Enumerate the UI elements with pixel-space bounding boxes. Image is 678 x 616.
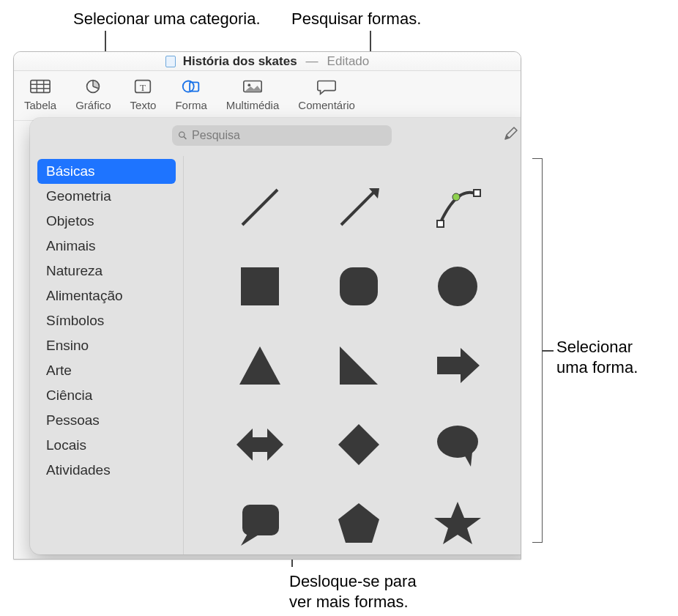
titlebar: História dos skates — Editado	[14, 52, 521, 71]
toolbar-item-text[interactable]: T Texto	[127, 75, 160, 113]
sidebar-item-pessoas[interactable]: Pessoas	[37, 408, 176, 433]
sidebar-item-label: Arte	[46, 363, 72, 378]
sidebar-item-label: Pessoas	[46, 412, 100, 428]
toolbar-item-comment[interactable]: Comentário	[295, 75, 358, 113]
sidebar-item-locais[interactable]: Locais	[37, 433, 176, 458]
sidebar-item-basicas[interactable]: Básicas	[37, 159, 176, 184]
popover-header	[30, 118, 521, 146]
table-icon	[28, 77, 53, 96]
svg-marker-27	[437, 348, 480, 383]
sidebar-item-label: Símbolos	[46, 313, 104, 328]
callout-text: uma forma.	[556, 358, 638, 376]
chart-icon	[81, 77, 105, 96]
shape-star[interactable]	[410, 486, 506, 554]
category-sidebar: Básicas Geometria Objetos Animais Nature…	[30, 156, 184, 554]
shape-diamond[interactable]	[310, 407, 406, 483]
sidebar-item-label: Alimentação	[46, 288, 123, 303]
svg-marker-26	[340, 346, 378, 385]
shape-rounded-square[interactable]	[310, 248, 406, 324]
sidebar-item-label: Básicas	[46, 163, 95, 179]
shape-line[interactable]	[212, 169, 308, 245]
svg-marker-35	[434, 502, 481, 544]
bracket-right	[532, 158, 543, 543]
svg-rect-20	[474, 190, 480, 196]
document-title: História dos skates	[183, 54, 297, 69]
sidebar-item-label: Animais	[46, 238, 96, 253]
app-window: História dos skates — Editado Tabela Grá…	[13, 51, 521, 560]
shape-callout-square[interactable]	[212, 486, 308, 554]
svg-marker-29	[338, 424, 379, 465]
shape-right-triangle[interactable]	[310, 327, 406, 404]
shape-speech-bubble[interactable]	[410, 407, 506, 483]
sidebar-item-ciencia[interactable]: Ciência	[37, 383, 176, 408]
toolbar-label: Multimédia	[226, 99, 280, 111]
popover-body: Básicas Geometria Objetos Animais Nature…	[30, 156, 521, 554]
callout-scroll-more: Desloque-se para ver mais formas.	[289, 571, 417, 612]
sidebar-item-label: Ensino	[46, 338, 89, 353]
shape-square[interactable]	[212, 248, 308, 324]
sidebar-item-simbolos[interactable]: Símbolos	[37, 308, 176, 333]
sidebar-item-label: Geometria	[46, 188, 111, 204]
document-icon	[165, 56, 176, 67]
svg-marker-25	[239, 346, 280, 385]
svg-marker-28	[236, 428, 283, 461]
shape-arrow-bidirectional[interactable]	[212, 407, 308, 483]
shape-arrow-line[interactable]	[310, 169, 406, 245]
sidebar-item-animais[interactable]: Animais	[37, 234, 176, 259]
toolbar-label: Forma	[175, 99, 206, 111]
edited-label: Editado	[327, 54, 370, 69]
svg-marker-31	[463, 452, 472, 467]
sidebar-item-geometria[interactable]: Geometria	[37, 184, 176, 209]
svg-rect-23	[340, 267, 378, 305]
search-icon	[178, 130, 187, 141]
svg-marker-33	[241, 532, 260, 546]
svg-marker-34	[338, 503, 379, 543]
sidebar-item-atividades[interactable]: Atividades	[37, 458, 176, 483]
toolbar-item-chart[interactable]: Gráfico	[72, 75, 113, 113]
svg-rect-32	[242, 505, 279, 535]
leader-line	[542, 350, 554, 352]
shape-curve[interactable]	[410, 169, 506, 245]
sidebar-item-label: Atividades	[46, 462, 111, 478]
comment-icon	[314, 77, 339, 96]
search-field[interactable]	[172, 125, 392, 146]
toolbar-item-table[interactable]: Tabela	[21, 75, 59, 113]
sidebar-item-objetos[interactable]: Objetos	[37, 209, 176, 234]
search-input[interactable]	[192, 129, 386, 142]
toolbar: Tabela Gráfico T Texto Forma Multimédia	[14, 71, 521, 121]
svg-point-14	[179, 132, 185, 137]
svg-rect-0	[31, 81, 50, 93]
svg-point-13	[247, 84, 250, 86]
svg-text:T: T	[140, 82, 146, 93]
toolbar-item-shape[interactable]: Forma	[172, 75, 209, 113]
svg-line-15	[184, 137, 186, 139]
callout-text: Desloque-se para	[289, 572, 417, 590]
toolbar-label: Texto	[130, 99, 157, 111]
svg-point-24	[438, 267, 477, 306]
svg-line-17	[341, 193, 373, 225]
shape-grid[interactable]	[184, 156, 521, 554]
svg-rect-19	[437, 220, 444, 227]
sidebar-item-alimentacao[interactable]: Alimentação	[37, 283, 176, 308]
shape-circle[interactable]	[410, 248, 506, 324]
callout-text: Selecionar	[556, 338, 633, 356]
sidebar-item-label: Objetos	[46, 213, 94, 229]
shape-icon	[179, 77, 204, 96]
shape-arrow-right[interactable]	[410, 327, 506, 404]
callout-select-shape: Selecionar uma forma.	[556, 337, 638, 377]
media-icon	[240, 77, 265, 96]
sidebar-item-label: Natureza	[46, 263, 103, 278]
shapes-popover: Básicas Geometria Objetos Animais Nature…	[30, 118, 521, 554]
shape-triangle[interactable]	[212, 327, 308, 404]
toolbar-item-media[interactable]: Multimédia	[223, 75, 283, 113]
sidebar-item-natureza[interactable]: Natureza	[37, 259, 176, 283]
title-separator: —	[305, 54, 320, 69]
shape-pentagon[interactable]	[310, 486, 406, 554]
svg-rect-22	[241, 267, 279, 305]
toolbar-label: Gráfico	[75, 99, 111, 111]
svg-point-21	[452, 193, 460, 201]
sidebar-item-arte[interactable]: Arte	[37, 358, 176, 383]
draw-shape-icon[interactable]	[503, 125, 519, 145]
sidebar-item-ensino[interactable]: Ensino	[37, 333, 176, 358]
sidebar-item-label: Locais	[46, 437, 86, 453]
